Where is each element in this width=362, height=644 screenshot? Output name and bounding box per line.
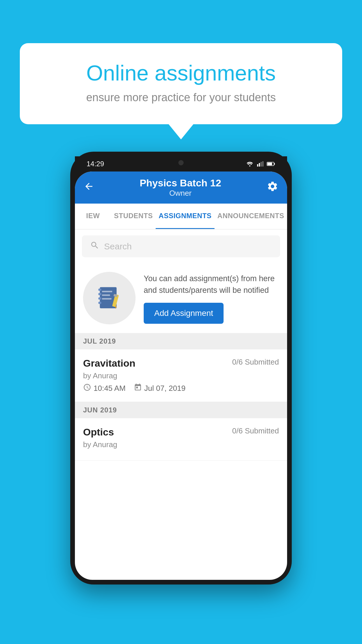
svg-rect-0 xyxy=(257,164,258,167)
notebook-icon xyxy=(95,284,124,313)
tab-announcements[interactable]: ANNOUNCEMENTS xyxy=(215,204,287,229)
promo-section: You can add assignment(s) from here and … xyxy=(75,263,287,333)
promo-content: You can add assignment(s) from here and … xyxy=(144,273,279,324)
assignment-submitted-optics: 0/6 Submitted xyxy=(232,426,279,435)
svg-rect-9 xyxy=(99,293,101,295)
assignment-time-value: 10:45 AM xyxy=(94,384,126,393)
assignment-name: Gravitation xyxy=(83,358,135,369)
assignment-date-value: Jul 07, 2019 xyxy=(144,384,186,393)
wifi-icon xyxy=(246,161,254,167)
signal-icon xyxy=(257,161,264,167)
assignment-meta: 10:45 AM Jul 07, 2019 xyxy=(83,383,279,393)
clock-icon xyxy=(83,383,91,393)
tabs: IEW STUDENTS ASSIGNMENTS ANNOUNCEMENTS xyxy=(75,204,287,230)
status-time: 14:29 xyxy=(87,160,104,168)
search-icon xyxy=(90,241,99,252)
month-separator-jul: JUL 2019 xyxy=(75,333,287,349)
notch xyxy=(166,156,196,167)
header-title: Physics Batch 12 xyxy=(140,177,221,189)
phone-outer: 14:29 xyxy=(70,152,292,584)
assignment-item-optics[interactable]: Optics 0/6 Submitted by Anurag xyxy=(75,418,287,461)
header-subtitle: Owner xyxy=(140,189,221,198)
assignment-item-gravitation[interactable]: Gravitation 0/6 Submitted by Anurag 10:4… xyxy=(75,349,287,402)
tab-assignments[interactable]: ASSIGNMENTS xyxy=(156,204,215,229)
assignment-submitted: 0/6 Submitted xyxy=(232,358,279,367)
bubble-title: Online assignments xyxy=(43,61,319,85)
svg-rect-5 xyxy=(268,163,272,165)
status-bar: 14:29 xyxy=(75,156,287,172)
search-placeholder: Search xyxy=(104,242,132,251)
assignment-row1-optics: Optics 0/6 Submitted xyxy=(83,426,279,438)
speech-bubble-wrapper: Online assignments ensure more practice … xyxy=(20,43,342,124)
speech-bubble: Online assignments ensure more practice … xyxy=(20,43,342,124)
phone-screen: Physics Batch 12 Owner IEW STUDENTS xyxy=(75,172,287,580)
svg-rect-11 xyxy=(99,302,101,304)
settings-button[interactable] xyxy=(267,181,278,195)
assignment-by: by Anurag xyxy=(83,371,279,380)
month-separator-jun: JUN 2019 xyxy=(75,402,287,418)
tab-students[interactable]: STUDENTS xyxy=(111,204,156,229)
back-button[interactable] xyxy=(84,181,94,194)
svg-rect-6 xyxy=(274,163,275,165)
battery-icon xyxy=(267,161,275,167)
svg-rect-12 xyxy=(102,291,112,292)
assignment-time: 10:45 AM xyxy=(83,383,126,393)
svg-rect-8 xyxy=(99,289,101,291)
svg-rect-2 xyxy=(261,162,262,167)
tab-iew[interactable]: IEW xyxy=(75,204,111,229)
bubble-subtitle: ensure more practice for your students xyxy=(43,91,319,104)
phone-wrapper: 14:29 xyxy=(70,152,292,584)
header-center: Physics Batch 12 Owner xyxy=(140,177,221,198)
assignment-name-optics: Optics xyxy=(83,426,114,438)
assignment-row1: Gravitation 0/6 Submitted xyxy=(83,358,279,369)
search-container: Search xyxy=(75,230,287,263)
assignment-by-optics: by Anurag xyxy=(83,440,279,449)
svg-rect-1 xyxy=(259,163,260,167)
search-box[interactable]: Search xyxy=(82,235,280,257)
svg-rect-10 xyxy=(99,298,101,300)
camera-icon xyxy=(178,160,184,165)
calendar-icon xyxy=(134,383,142,393)
assignment-date: Jul 07, 2019 xyxy=(134,383,186,393)
app-header: Physics Batch 12 Owner xyxy=(75,172,287,204)
promo-text: You can add assignment(s) from here and … xyxy=(144,273,279,296)
add-assignment-button[interactable]: Add Assignment xyxy=(144,303,224,324)
promo-icon-circle xyxy=(83,272,136,324)
svg-rect-3 xyxy=(262,161,263,167)
svg-rect-13 xyxy=(102,295,110,296)
status-icons xyxy=(246,161,275,167)
svg-rect-14 xyxy=(102,298,112,300)
